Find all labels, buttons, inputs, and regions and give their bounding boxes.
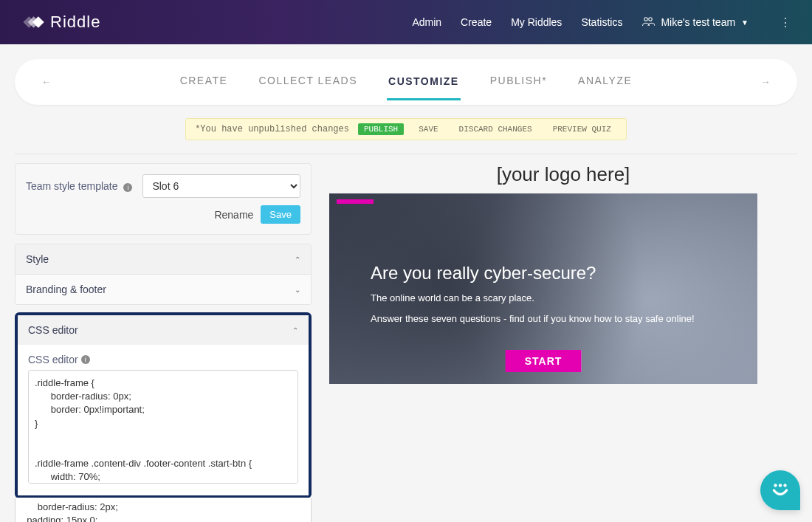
- divider: [15, 154, 797, 154]
- accordion: Style ⌃ Branding & footer ⌄: [15, 244, 312, 305]
- accordion-style-label: Style: [26, 253, 49, 265]
- steps-bar: ← CREATE COLLECT LEADS CUSTOMIZE PUBLISH…: [15, 59, 797, 105]
- accordion-css-label: CSS editor: [28, 324, 78, 336]
- top-bar: Riddle Admin Create My Riddles Statistic…: [0, 0, 812, 44]
- chevron-up-icon: ⌃: [292, 326, 298, 334]
- nav-statistics[interactable]: Statistics: [581, 16, 622, 28]
- svg-point-4: [783, 484, 786, 487]
- discard-changes-button[interactable]: DISCARD CHANGES: [453, 123, 538, 135]
- steps-next-arrow[interactable]: →: [760, 76, 771, 88]
- start-button[interactable]: START: [506, 350, 582, 372]
- chevron-down-icon: ⌄: [295, 286, 300, 294]
- progress-bar: [337, 199, 374, 204]
- svg-point-2: [774, 484, 777, 487]
- template-save-button[interactable]: Save: [261, 205, 300, 224]
- template-select[interactable]: Slot 6: [142, 174, 300, 198]
- alert-message: *You have unpublished changes: [195, 124, 349, 134]
- info-icon[interactable]: i: [81, 355, 90, 364]
- svg-point-0: [644, 17, 648, 21]
- css-overflow-text: border-radius: 2px; padding: 15px 0; }: [15, 498, 312, 522]
- nav-admin[interactable]: Admin: [412, 16, 441, 28]
- preview-title: Are you really cyber-secure?: [371, 263, 596, 284]
- nav-create[interactable]: Create: [461, 16, 492, 28]
- menu-kebab-icon[interactable]: ⋮: [780, 16, 791, 30]
- step-create[interactable]: CREATE: [180, 75, 228, 89]
- rename-button[interactable]: Rename: [214, 209, 253, 221]
- accordion-css-editor[interactable]: CSS editor ⌃: [18, 315, 309, 345]
- team-selector[interactable]: Mike's test team ▼: [641, 16, 749, 29]
- chat-icon: [771, 481, 790, 500]
- preview-logo-placeholder: [your logo here]: [329, 163, 797, 186]
- accordion-style[interactable]: Style ⌃: [16, 244, 311, 274]
- css-editor-label: CSS editor i: [28, 354, 298, 365]
- brand-name: Riddle: [50, 13, 100, 32]
- template-label: Team style template i: [26, 180, 132, 192]
- publish-button[interactable]: PUBLISH: [358, 123, 404, 135]
- css-textarea[interactable]: [28, 370, 298, 484]
- step-analyze[interactable]: ANALYZE: [578, 75, 632, 89]
- preview-text-1: The online world can be a scary place.: [371, 292, 534, 303]
- unpublished-alert: *You have unpublished changes PUBLISH SA…: [185, 118, 627, 140]
- accordion-branding-label: Branding & footer: [26, 284, 106, 295]
- preview-quiz-button[interactable]: PREVIEW QUIZ: [547, 123, 617, 135]
- preview-pane: [your logo here] Are you really cyber-se…: [329, 163, 797, 522]
- chat-widget[interactable]: [760, 470, 800, 510]
- nav-my-riddles[interactable]: My Riddles: [511, 16, 562, 28]
- save-button[interactable]: SAVE: [413, 123, 444, 135]
- chevron-down-icon: ▼: [741, 18, 749, 27]
- active-step-indicator: [387, 98, 461, 100]
- preview-stage: Are you really cyber-secure? The online …: [329, 193, 757, 384]
- step-publish[interactable]: PUBLISH*: [490, 75, 547, 89]
- step-collect-leads[interactable]: COLLECT LEADS: [258, 75, 357, 89]
- logo-icon: [21, 13, 44, 31]
- steps-prev-arrow[interactable]: ←: [41, 76, 52, 88]
- preview-text-2: Answer these seven questions - find out …: [371, 313, 695, 324]
- step-customize[interactable]: CUSTOMIZE: [388, 75, 459, 90]
- template-card: Team style template i Slot 6 Rename Save: [15, 163, 312, 235]
- css-editor-panel: CSS editor ⌃ CSS editor i: [15, 312, 312, 498]
- svg-point-3: [779, 484, 782, 487]
- team-icon: [641, 16, 655, 29]
- svg-point-1: [649, 17, 653, 21]
- info-icon[interactable]: i: [123, 183, 132, 192]
- accordion-branding[interactable]: Branding & footer ⌄: [16, 274, 311, 304]
- logo[interactable]: Riddle: [21, 13, 100, 32]
- chevron-up-icon: ⌃: [295, 255, 300, 264]
- team-name: Mike's test team: [661, 16, 735, 28]
